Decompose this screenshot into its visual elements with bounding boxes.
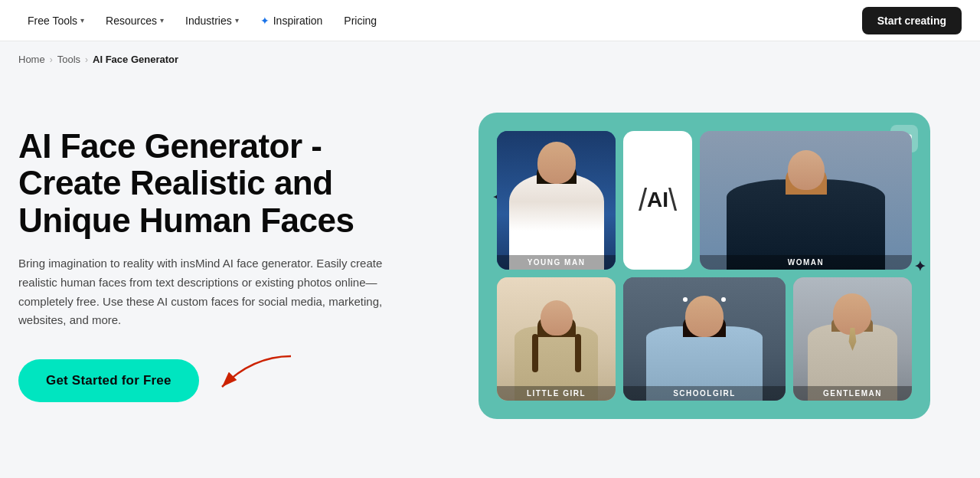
young-man-figure bbox=[497, 131, 616, 270]
breadcrumb-home[interactable]: Home bbox=[18, 54, 45, 65]
girl-head bbox=[541, 300, 573, 336]
woman-head bbox=[788, 150, 825, 190]
face-card-woman: WOMAN bbox=[700, 131, 912, 270]
girl-braid-left bbox=[532, 334, 538, 372]
face-card-schoolgirl: SCHOOLGIRL bbox=[623, 277, 786, 401]
gallery-top-row: YOUNG MAN / AI \ bbox=[497, 131, 912, 270]
nav-free-tools[interactable]: Free Tools ▾ bbox=[18, 8, 93, 33]
chevron-down-icon: ▾ bbox=[235, 16, 239, 25]
nav-pricing[interactable]: Pricing bbox=[335, 8, 386, 33]
nav-free-tools-label: Free Tools bbox=[28, 15, 77, 27]
schoolgirl-head bbox=[685, 296, 724, 337]
nav-resources-label: Resources bbox=[106, 15, 157, 27]
breadcrumb-separator: › bbox=[50, 54, 53, 65]
ai-bracket-right: \ bbox=[668, 185, 677, 215]
sparkle-decoration-right: ✦ bbox=[914, 258, 926, 275]
ai-bracket-left: / bbox=[639, 185, 647, 215]
ai-logo: / AI \ bbox=[639, 185, 677, 215]
little-girl-label: LITTLE GIRL bbox=[497, 386, 616, 401]
cta-section: Get Started for Free bbox=[18, 358, 401, 404]
arrow-decoration bbox=[191, 358, 314, 404]
nav-inspiration[interactable]: ✦ Inspiration bbox=[251, 8, 332, 33]
hero-right-column: ✦ ✦ YOUNG MAN / bbox=[447, 113, 962, 419]
sparkle-icon: ✦ bbox=[260, 15, 270, 27]
face-card-gentleman: GENTLEMAN bbox=[793, 277, 912, 401]
woman-label: WOMAN bbox=[700, 255, 912, 270]
breadcrumb-separator: › bbox=[85, 54, 88, 65]
earring-right bbox=[721, 297, 726, 302]
hero-left-column: AI Face Generator - Create Realistic and… bbox=[18, 128, 401, 404]
schoolgirl-figure bbox=[623, 277, 786, 401]
chevron-down-icon: ▾ bbox=[160, 16, 164, 25]
woman-figure bbox=[700, 131, 912, 270]
schoolgirl-label: SCHOOLGIRL bbox=[623, 386, 786, 401]
navbar: Free Tools ▾ Resources ▾ Industries ▾ ✦ … bbox=[0, 0, 980, 41]
gentleman-figure bbox=[793, 277, 912, 401]
hero-title: AI Face Generator - Create Realistic and… bbox=[18, 128, 401, 239]
face-card-young-man: YOUNG MAN bbox=[497, 131, 616, 270]
nav-pricing-label: Pricing bbox=[344, 15, 377, 27]
girl-braid-right bbox=[575, 334, 581, 372]
nav-resources[interactable]: Resources ▾ bbox=[96, 8, 173, 33]
breadcrumb-current: AI Face Generator bbox=[93, 54, 178, 65]
breadcrumb: Home › Tools › AI Face Generator bbox=[0, 41, 980, 74]
girl-figure bbox=[497, 277, 616, 401]
face-card-ai-logo: / AI \ bbox=[623, 131, 692, 270]
breadcrumb-tools[interactable]: Tools bbox=[57, 54, 80, 65]
earring-left bbox=[683, 297, 688, 302]
start-creating-button[interactable]: Start creating bbox=[862, 7, 962, 34]
nav-industries-label: Industries bbox=[185, 15, 232, 27]
nav-industries[interactable]: Industries ▾ bbox=[176, 8, 248, 33]
gentleman-label: GENTLEMAN bbox=[793, 386, 912, 401]
ai-text: AI bbox=[647, 188, 668, 212]
young-man-head bbox=[537, 142, 576, 184]
arrow-icon bbox=[191, 350, 299, 396]
gallery-container: ✦ ✦ YOUNG MAN / bbox=[479, 113, 930, 419]
chevron-down-icon: ▾ bbox=[80, 16, 84, 25]
young-man-label: YOUNG MAN bbox=[497, 255, 616, 270]
hero-description: Bring imagination to reality with insMin… bbox=[18, 254, 394, 330]
nav-links: Free Tools ▾ Resources ▾ Industries ▾ ✦ … bbox=[18, 8, 862, 33]
gallery-bottom-row: LITTLE GIRL SCHOOLGIRL bbox=[497, 277, 912, 401]
get-started-button[interactable]: Get Started for Free bbox=[18, 359, 199, 402]
face-card-little-girl: LITTLE GIRL bbox=[497, 277, 616, 401]
main-content: AI Face Generator - Create Realistic and… bbox=[0, 74, 980, 465]
nav-inspiration-label: Inspiration bbox=[273, 15, 323, 27]
